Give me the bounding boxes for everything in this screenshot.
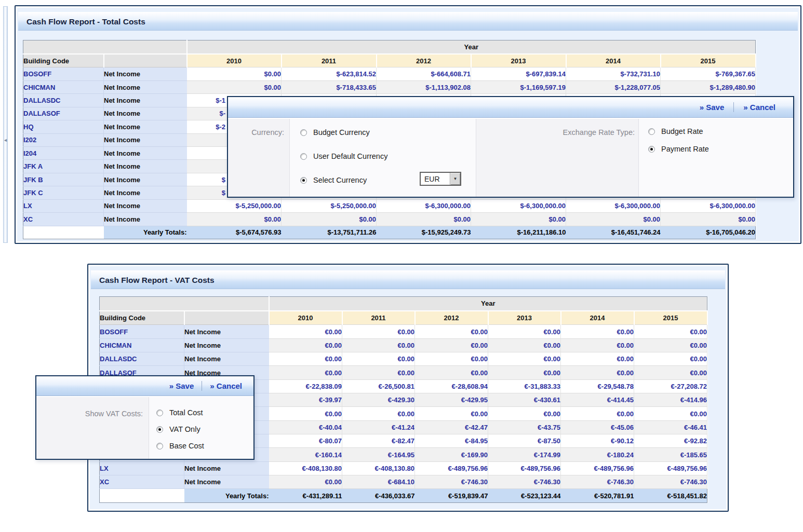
value-cell: €0.00 [634, 338, 707, 352]
building-code-link[interactable]: LX [100, 461, 184, 475]
radio-option-label: Base Cost [169, 442, 204, 450]
dropdown-arrow-icon[interactable]: ▼ [450, 173, 460, 185]
building-code-link[interactable]: DALLASOF [23, 107, 104, 120]
value-cell: €0.00 [269, 366, 342, 379]
value-cell: $-732,731.10 [566, 67, 661, 80]
building-code-link[interactable]: CHICMAN [100, 338, 184, 352]
currency-select[interactable]: EUR ▼ [420, 172, 461, 186]
building-code-link[interactable]: JFK C [23, 186, 104, 199]
radio-button-icon[interactable] [156, 410, 163, 416]
value-cell: €-746.30 [561, 475, 634, 489]
radio-button-icon[interactable] [156, 426, 163, 433]
radio-button-icon[interactable] [156, 443, 163, 449]
yearly-total-cell: €-520,781.91 [561, 489, 634, 503]
value-cell: €-22,838.09 [269, 379, 342, 393]
value-cell: $-623,814.52 [282, 67, 377, 80]
metric-cell: Net Income [184, 352, 269, 366]
left-collapse-splitter[interactable]: ◄ [3, 6, 8, 243]
building-code-link[interactable]: XC [100, 475, 184, 489]
value-cell: €0.00 [634, 366, 707, 379]
value-cell: €0.00 [488, 325, 561, 338]
building-code-link[interactable]: DALLASDC [23, 94, 104, 107]
value-cell: $-697,839.14 [471, 67, 566, 80]
yearly-totals-row: Yearly Totals:$-5,674,576.93$-13,751,711… [23, 226, 756, 239]
value-cell: €-41.24 [342, 420, 415, 434]
yearly-total-cell: $-13,751,711.26 [282, 226, 377, 239]
radio-option[interactable]: User Default Currency [300, 151, 476, 161]
value-cell: $-1,289,480.90 [661, 80, 756, 93]
radio-option[interactable]: Base Cost [156, 441, 253, 451]
value-cell: €0.00 [415, 338, 488, 352]
value-cell: $0.00 [377, 213, 471, 226]
value-cell: €-45.06 [561, 420, 634, 434]
value-cell: €-43.75 [488, 420, 561, 434]
value-cell: €0.00 [415, 366, 488, 379]
metric-header-spacer [104, 54, 187, 67]
value-cell: $0.00 [661, 213, 756, 226]
building-code-link[interactable]: LX [23, 199, 104, 212]
metric-cell: Net Income [104, 160, 187, 173]
table-row: BOSOFFNet Income€0.00€0.00€0.00€0.00€0.0… [100, 325, 707, 338]
building-code-link[interactable]: I204 [23, 146, 104, 159]
radio-option[interactable]: Budget Currency [300, 127, 476, 138]
cancel-button[interactable]: » Cancel [210, 381, 242, 390]
radio-option[interactable]: Total Cost [156, 407, 253, 418]
value-cell: €-430.61 [488, 393, 561, 407]
radio-button-icon[interactable] [300, 129, 307, 136]
radio-button-icon[interactable] [300, 177, 307, 184]
year-column-header: 2014 [566, 54, 661, 67]
value-cell: €-31,883.33 [488, 379, 561, 393]
exchange-rate-radio-group: Budget RatePayment Rate [638, 119, 793, 197]
currency-settings-dialog: » Save » Cancel Currency: EUR ▼ Budget C… [227, 96, 794, 198]
radio-button-icon[interactable] [648, 128, 655, 135]
table-row: DALLASDCNet Income€0.00€0.00€0.00€0.00€0… [100, 352, 707, 366]
value-cell: €0.00 [415, 407, 488, 420]
value-cell: €-82.47 [342, 434, 415, 448]
year-column-header: 2011 [282, 54, 377, 67]
building-code-link[interactable]: BOSOFF [23, 67, 104, 80]
value-cell: $-6,300,000.00 [471, 199, 566, 212]
cancel-button[interactable]: » Cancel [743, 103, 775, 112]
save-button[interactable]: » Save [169, 381, 194, 390]
building-code-link[interactable]: HQ [23, 120, 104, 133]
show-vat-costs-label: Show VAT Costs: [36, 410, 143, 418]
save-button[interactable]: » Save [700, 103, 725, 112]
total-costs-title-bar: Cash Flow Report - Total Costs [18, 12, 798, 31]
radio-option-label: Select Currency [313, 176, 367, 184]
totals-spacer [100, 489, 184, 503]
year-column-header: 2011 [342, 311, 415, 325]
totals-spacer [23, 226, 104, 239]
building-code-link[interactable]: CHICMAN [23, 80, 104, 93]
yearly-total-cell: €-431,289.11 [269, 489, 342, 503]
building-code-link[interactable]: I202 [23, 133, 104, 146]
value-cell: €-684.10 [342, 475, 415, 489]
value-cell: $-5,250,000.00 [187, 199, 282, 212]
building-code-link[interactable]: DALLASDC [100, 352, 184, 366]
building-code-link[interactable]: BOSOFF [100, 325, 184, 338]
radio-option[interactable]: VAT Only [156, 424, 253, 434]
metric-cell: Net Income [104, 120, 187, 133]
radio-button-icon[interactable] [648, 146, 655, 153]
building-code-link[interactable]: JFK B [23, 173, 104, 186]
value-cell: €-169.90 [415, 448, 488, 461]
value-cell: $-718,433.65 [282, 80, 377, 93]
value-cell: €0.00 [561, 407, 634, 420]
radio-option[interactable]: Payment Rate [648, 144, 793, 154]
building-code-link[interactable]: XC [23, 213, 104, 226]
radio-button-icon[interactable] [300, 153, 307, 160]
value-cell: $0.00 [187, 213, 282, 226]
vat-dialog-body: Show VAT Costs: Total CostVAT OnlyBase C… [36, 397, 253, 459]
value-cell: €-29,548.78 [561, 379, 634, 393]
value-cell: €-46.41 [634, 420, 707, 434]
value-cell: €0.00 [342, 338, 415, 352]
value-cell: €-84.95 [415, 434, 488, 448]
building-code-link[interactable]: JFK A [23, 160, 104, 173]
value-cell: €-414.45 [561, 393, 634, 407]
value-cell: €0.00 [269, 325, 342, 338]
radio-option[interactable]: Budget Rate [648, 126, 793, 137]
value-cell: $0.00 [187, 67, 282, 80]
value-cell: €-489,756.96 [561, 461, 634, 475]
value-cell: €-42.47 [415, 420, 488, 434]
exchange-rate-field-label: Exchange Rate Type: [511, 128, 635, 137]
value-cell: €0.00 [342, 325, 415, 338]
